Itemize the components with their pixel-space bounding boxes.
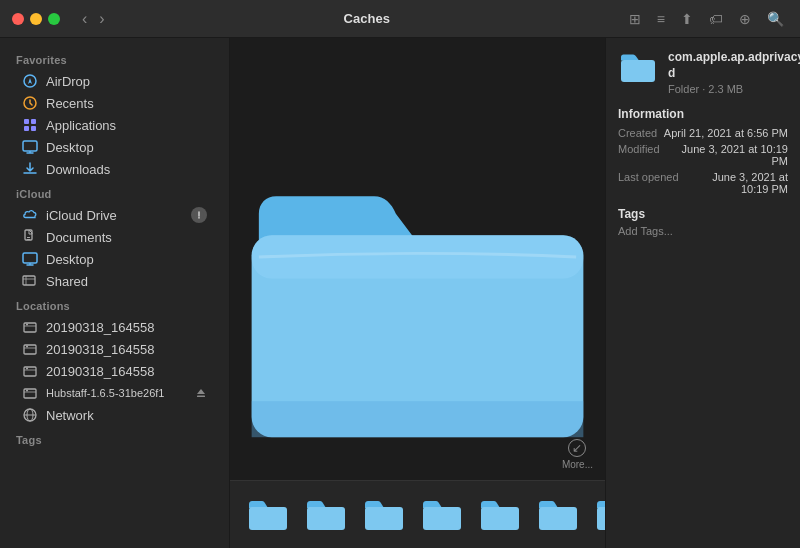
tags-header: Tags xyxy=(618,207,788,221)
documents-icon xyxy=(22,229,38,245)
inspector-panel: com.apple.ap.adprivacy d Folder · 2.3 MB… xyxy=(605,38,800,548)
airdrop-icon xyxy=(22,73,38,89)
sidebar-item-recents[interactable]: Recents xyxy=(6,92,223,114)
sidebar-label-loc1: 20190318_164558 xyxy=(46,320,207,335)
action-icon[interactable]: ⊕ xyxy=(735,9,755,29)
svg-rect-2 xyxy=(24,119,29,124)
sidebar-item-downloads[interactable]: Downloads xyxy=(6,158,223,180)
sidebar-item-applications[interactable]: Applications xyxy=(6,114,223,136)
svg-point-18 xyxy=(26,368,28,370)
shared-icon xyxy=(22,273,38,289)
title-bar: ‹ › Caches ⊞ ≡ ⬆ 🏷 ⊕ 🔍 xyxy=(0,0,800,38)
sidebar-item-loc2[interactable]: 20190318_164558 xyxy=(6,338,223,360)
svg-rect-5 xyxy=(31,126,36,131)
sidebar-item-airdrop[interactable]: AirDrop xyxy=(6,70,223,92)
svg-rect-3 xyxy=(31,119,36,124)
window-title: Caches xyxy=(117,11,617,26)
thumb-3[interactable] xyxy=(358,490,410,540)
svg-rect-33 xyxy=(597,507,605,530)
inspector-title-block: com.apple.ap.adprivacy d Folder · 2.3 MB xyxy=(668,50,800,95)
svg-rect-30 xyxy=(423,507,461,530)
sidebar-item-desktop-icloud[interactable]: Desktop xyxy=(6,248,223,270)
eject-icon xyxy=(195,387,207,399)
search-icon[interactable]: 🔍 xyxy=(763,9,788,29)
svg-rect-11 xyxy=(23,253,37,263)
icloud-drive-badge xyxy=(191,207,207,223)
inspector-header: com.apple.ap.adprivacy d Folder · 2.3 MB xyxy=(618,50,788,95)
close-button[interactable] xyxy=(12,13,24,25)
forward-button[interactable]: › xyxy=(95,8,108,30)
arrange-icon[interactable]: ≡ xyxy=(653,9,669,29)
svg-rect-26 xyxy=(252,401,584,437)
main-layout: Favorites AirDrop Recents Applications D… xyxy=(0,38,800,548)
svg-rect-19 xyxy=(24,389,36,398)
sidebar-label-loc2: 20190318_164558 xyxy=(46,342,207,357)
more-circle-icon: ↙ xyxy=(568,439,586,457)
thumb-6[interactable] xyxy=(532,490,584,540)
sidebar-item-desktop[interactable]: Desktop xyxy=(6,136,223,158)
traffic-lights xyxy=(12,13,60,25)
sidebar-item-documents[interactable]: Documents xyxy=(6,226,223,248)
sidebar-item-icloud-drive[interactable]: iCloud Drive xyxy=(6,204,223,226)
inspector-info-section: Information Created April 21, 2021 at 6:… xyxy=(618,107,788,195)
recents-icon xyxy=(22,95,38,111)
created-value: April 21, 2021 at 6:56 PM xyxy=(664,127,788,139)
svg-rect-10 xyxy=(27,239,30,240)
sidebar-item-shared[interactable]: Shared xyxy=(6,270,223,292)
minimize-button[interactable] xyxy=(30,13,42,25)
inspector-folder-name-line1: com.apple.ap.adprivacy xyxy=(668,50,800,66)
svg-point-16 xyxy=(26,346,28,348)
sidebar-section-favorites: Favorites xyxy=(0,46,229,70)
svg-rect-12 xyxy=(23,276,35,285)
sidebar-section-icloud: iCloud xyxy=(0,180,229,204)
maximize-button[interactable] xyxy=(48,13,60,25)
sidebar-label-recents: Recents xyxy=(46,96,207,111)
created-key: Created xyxy=(618,127,657,139)
sidebar-item-loc3[interactable]: 20190318_164558 xyxy=(6,360,223,382)
svg-rect-15 xyxy=(24,345,36,354)
tag-icon[interactable]: 🏷 xyxy=(705,9,727,29)
sidebar-label-downloads: Downloads xyxy=(46,162,207,177)
svg-rect-31 xyxy=(481,507,519,530)
sidebar-item-hubstaff[interactable]: Hubstaff-1.6.5-31be26f1 xyxy=(6,382,223,404)
thumb-4[interactable] xyxy=(416,490,468,540)
desktop-icloud-icon xyxy=(22,251,38,267)
inspector-folder-icon xyxy=(618,50,658,86)
more-button[interactable]: ↙ More... xyxy=(562,439,593,470)
add-tags-button[interactable]: Add Tags... xyxy=(618,225,788,237)
inspector-row-last-opened: Last opened June 3, 2021 at 10:19 PM xyxy=(618,171,788,195)
svg-rect-28 xyxy=(307,507,345,530)
location3-icon xyxy=(22,363,38,379)
svg-rect-27 xyxy=(249,507,287,530)
sidebar-item-loc1[interactable]: 20190318_164558 xyxy=(6,316,223,338)
back-button[interactable]: ‹ xyxy=(78,8,91,30)
inspector-info-header: Information xyxy=(618,107,788,121)
content-area: ↙ More... xyxy=(230,38,605,548)
svg-rect-9 xyxy=(27,237,30,238)
thumb-7[interactable] xyxy=(590,490,605,540)
icloud-drive-icon xyxy=(22,207,38,223)
sidebar-item-network[interactable]: Network xyxy=(6,404,223,426)
sidebar-label-network: Network xyxy=(46,408,207,423)
last-opened-value: June 3, 2021 at 10:19 PM xyxy=(683,171,788,195)
thumbnails-bar xyxy=(230,480,605,548)
thumb-1[interactable] xyxy=(242,490,294,540)
thumb-5[interactable] xyxy=(474,490,526,540)
share-icon[interactable]: ⬆ xyxy=(677,9,697,29)
hubstaff-icon xyxy=(22,385,38,401)
svg-rect-35 xyxy=(621,60,655,82)
svg-point-20 xyxy=(26,390,28,392)
modified-value: June 3, 2021 at 10:19 PM xyxy=(664,143,788,167)
inspector-folder-subtitle: Folder · 2.3 MB xyxy=(668,83,800,95)
view-icon[interactable]: ⊞ xyxy=(625,9,645,29)
sidebar-label-desktop-icloud: Desktop xyxy=(46,252,207,267)
sidebar-label-shared: Shared xyxy=(46,274,207,289)
thumb-2[interactable] xyxy=(300,490,352,540)
sidebar-label-desktop: Desktop xyxy=(46,140,207,155)
sidebar-label-loc3: 20190318_164558 xyxy=(46,364,207,379)
sidebar-section-tags: Tags xyxy=(0,426,229,450)
svg-rect-6 xyxy=(23,141,37,151)
sidebar: Favorites AirDrop Recents Applications D… xyxy=(0,38,230,548)
location2-icon xyxy=(22,341,38,357)
downloads-icon xyxy=(22,161,38,177)
